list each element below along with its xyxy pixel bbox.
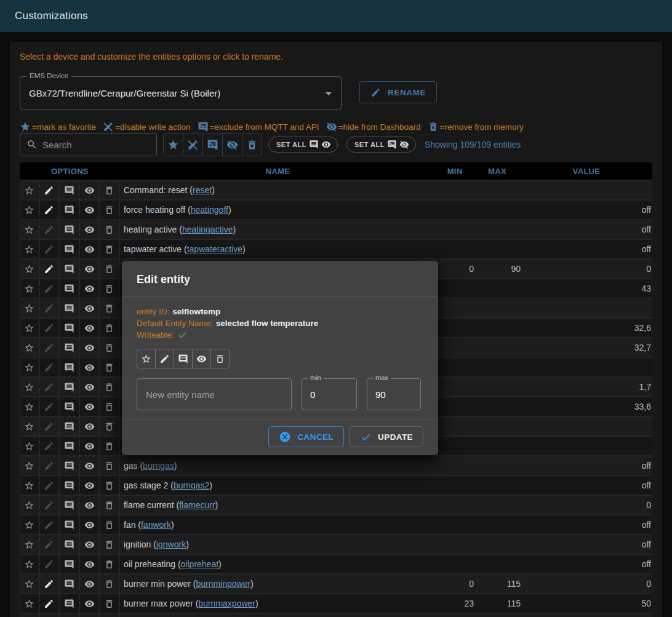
- entity-id-link[interactable]: heatingactive: [182, 225, 233, 234]
- visibility-toggle[interactable]: [80, 338, 100, 357]
- dialog-delete-toggle[interactable]: [210, 349, 230, 368]
- filter-trash-x-button[interactable]: [242, 133, 262, 156]
- edit-toggle[interactable]: [40, 594, 60, 613]
- favorite-toggle[interactable]: [20, 476, 40, 495]
- edit-toggle[interactable]: [40, 260, 60, 278]
- favorite-toggle[interactable]: [20, 496, 40, 514]
- delete-toggle[interactable]: [100, 496, 120, 514]
- cancel-button[interactable]: CANCEL: [268, 426, 344, 447]
- filter-comment-off-button[interactable]: [202, 133, 223, 156]
- entity-id-link[interactable]: fanwork: [141, 520, 171, 530]
- delete-toggle[interactable]: [100, 417, 120, 436]
- mqtt-exclude-toggle[interactable]: [60, 240, 80, 258]
- favorite-toggle[interactable]: [20, 319, 40, 337]
- mqtt-exclude-toggle[interactable]: [60, 515, 80, 534]
- mqtt-exclude-toggle[interactable]: [60, 397, 80, 416]
- favorite-toggle[interactable]: [20, 338, 40, 357]
- filter-edit-off-button[interactable]: [183, 133, 203, 156]
- mqtt-exclude-toggle[interactable]: [60, 181, 80, 199]
- mqtt-exclude-toggle[interactable]: [60, 535, 80, 554]
- visibility-toggle[interactable]: [80, 437, 100, 455]
- mqtt-exclude-toggle[interactable]: [60, 417, 80, 436]
- favorite-toggle[interactable]: [20, 555, 40, 573]
- search-input[interactable]: [42, 140, 150, 150]
- delete-toggle[interactable]: [100, 476, 120, 495]
- delete-toggle[interactable]: [100, 358, 120, 376]
- entity-id-link[interactable]: oilpreheat: [181, 559, 219, 569]
- favorite-toggle[interactable]: [20, 201, 40, 219]
- delete-toggle[interactable]: [100, 378, 120, 396]
- visibility-toggle[interactable]: [80, 240, 100, 258]
- favorite-toggle[interactable]: [20, 535, 40, 554]
- dialog-favorite-toggle[interactable]: [137, 349, 156, 368]
- edit-toggle[interactable]: [40, 358, 60, 376]
- delete-toggle[interactable]: [100, 535, 120, 554]
- visibility-toggle[interactable]: [80, 515, 100, 534]
- mqtt-exclude-toggle[interactable]: [60, 260, 80, 278]
- favorite-toggle[interactable]: [20, 437, 40, 455]
- visibility-toggle[interactable]: [80, 575, 100, 593]
- delete-toggle[interactable]: [100, 279, 120, 298]
- mqtt-exclude-toggle[interactable]: [60, 378, 80, 396]
- edit-toggle[interactable]: [40, 201, 60, 219]
- favorite-toggle[interactable]: [20, 279, 40, 298]
- edit-toggle[interactable]: [40, 299, 60, 317]
- visibility-toggle[interactable]: [80, 456, 100, 475]
- favorite-toggle[interactable]: [20, 614, 40, 617]
- visibility-toggle[interactable]: [80, 201, 100, 219]
- filter-eye-off-button[interactable]: [222, 133, 242, 156]
- delete-toggle[interactable]: [100, 338, 120, 357]
- mqtt-exclude-toggle[interactable]: [60, 358, 80, 376]
- edit-toggle[interactable]: [40, 240, 60, 258]
- delete-toggle[interactable]: [100, 555, 120, 573]
- edit-toggle[interactable]: [40, 496, 60, 514]
- set-all-show-button[interactable]: SET ALL: [268, 137, 338, 153]
- edit-toggle[interactable]: [40, 476, 60, 495]
- edit-toggle[interactable]: [40, 437, 60, 455]
- mqtt-exclude-toggle[interactable]: [60, 614, 80, 617]
- favorite-toggle[interactable]: [20, 417, 40, 436]
- mqtt-exclude-toggle[interactable]: [60, 496, 80, 514]
- entity-id-link[interactable]: burnminpower: [196, 579, 250, 589]
- delete-toggle[interactable]: [100, 220, 120, 239]
- edit-toggle[interactable]: [40, 181, 60, 199]
- favorite-toggle[interactable]: [20, 240, 40, 258]
- entity-id-link[interactable]: heatingoff: [191, 205, 228, 215]
- edit-toggle[interactable]: [40, 535, 60, 554]
- entity-id-link[interactable]: flamecurr: [179, 500, 215, 510]
- dialog-edit-toggle[interactable]: [155, 349, 174, 368]
- edit-toggle[interactable]: [40, 338, 60, 357]
- min-input[interactable]: [302, 389, 356, 400]
- delete-toggle[interactable]: [100, 319, 120, 337]
- update-button[interactable]: UPDATE: [350, 426, 423, 447]
- edit-toggle[interactable]: [40, 319, 60, 337]
- favorite-toggle[interactable]: [20, 594, 40, 613]
- favorite-toggle[interactable]: [20, 358, 40, 376]
- mqtt-exclude-toggle[interactable]: [60, 279, 80, 298]
- entity-id-link[interactable]: burnmaxpower: [198, 599, 255, 608]
- visibility-toggle[interactable]: [80, 476, 100, 495]
- delete-toggle[interactable]: [100, 437, 120, 455]
- visibility-toggle[interactable]: [80, 260, 100, 278]
- edit-toggle[interactable]: [40, 417, 60, 436]
- entity-id-link[interactable]: ignwork: [156, 539, 186, 549]
- visibility-toggle[interactable]: [80, 614, 100, 617]
- visibility-toggle[interactable]: [80, 535, 100, 554]
- delete-toggle[interactable]: [100, 240, 120, 258]
- delete-toggle[interactable]: [100, 397, 120, 416]
- delete-toggle[interactable]: [100, 299, 120, 317]
- edit-toggle[interactable]: [40, 279, 60, 298]
- delete-toggle[interactable]: [100, 201, 120, 219]
- visibility-toggle[interactable]: [80, 378, 100, 396]
- mqtt-exclude-toggle[interactable]: [60, 319, 80, 337]
- edit-toggle[interactable]: [40, 555, 60, 573]
- edit-toggle[interactable]: [40, 614, 60, 617]
- entity-id-link[interactable]: tapwateractive: [187, 244, 242, 254]
- favorite-toggle[interactable]: [20, 220, 40, 239]
- max-input[interactable]: [367, 389, 420, 400]
- entity-id-link[interactable]: burngas2: [174, 480, 209, 490]
- edit-toggle[interactable]: [40, 515, 60, 534]
- dialog-visibility-toggle[interactable]: [192, 349, 211, 368]
- rename-button[interactable]: RENAME: [359, 81, 437, 103]
- new-entity-name-input[interactable]: [137, 378, 292, 410]
